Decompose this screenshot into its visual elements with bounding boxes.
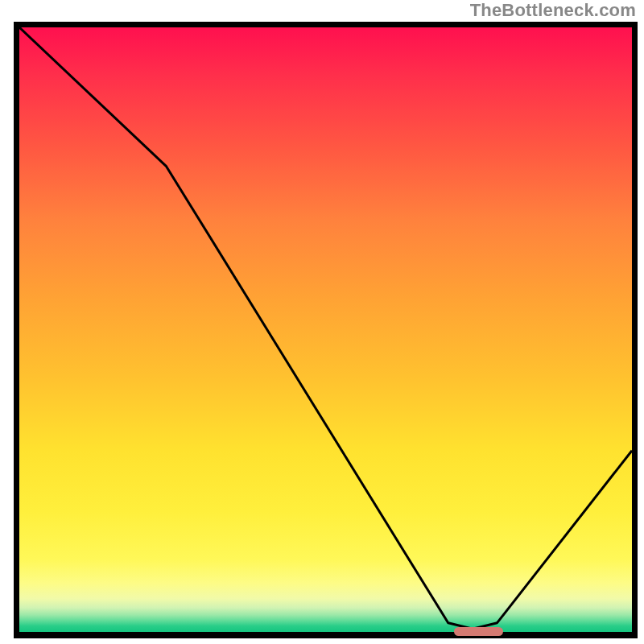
chart-container: TheBottleneck.com: [0, 0, 644, 644]
minimum-marker: [454, 627, 503, 636]
plot-frame: [14, 22, 638, 638]
curve-line: [19, 27, 632, 632]
attribution-text: TheBottleneck.com: [470, 0, 636, 21]
